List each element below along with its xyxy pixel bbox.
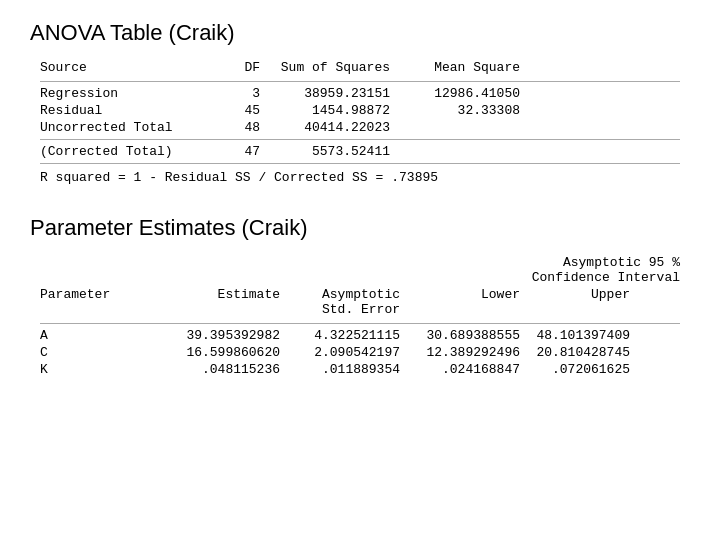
anova-corrected-row: (Corrected Total) 47 5573.52411 [40,144,680,159]
param-section: Parameter Estimates (Craik) Asymptotic 9… [30,215,690,377]
col-header-ss: Sum of Squares [260,60,390,75]
corrected-ss: 5573.52411 [260,144,390,159]
anova-cell-ss: 38959.23151 [260,86,390,101]
param-cell-upper: 20.810428745 [520,345,630,360]
anova-divider-top [40,81,680,82]
param-cell-upper: 48.101397409 [520,328,630,343]
param-cell-est: 16.599860620 [150,345,280,360]
anova-data-rows: Regression 3 38959.23151 12986.41050 Res… [40,86,680,135]
anova-divider-bot [40,163,680,164]
rsquared-value: .73895 [391,170,438,185]
anova-header-row: Source DF Sum of Squares Mean Square [40,60,680,75]
param-cell-se: .011889354 [280,362,400,377]
asym-header-row: Asymptotic 95 % [40,255,680,270]
pcol-header-se: AsymptoticStd. Error [280,287,400,317]
param-cell-lower: 12.389292496 [400,345,520,360]
anova-divider-mid [40,139,680,140]
param-cell-se: 2.090542197 [280,345,400,360]
anova-cell-ms: 12986.41050 [390,86,520,101]
col-header-source: Source [40,60,210,75]
anova-cell-df: 48 [210,120,260,135]
param-cell-lower: 30.689388555 [400,328,520,343]
anova-title: ANOVA Table (Craik) [30,20,690,46]
param-cell-lower: .024168847 [400,362,520,377]
anova-cell-source: Uncorrected Total [40,120,210,135]
pcol-header-est: Estimate [150,287,280,317]
anova-cell-df: 3 [210,86,260,101]
param-data-rows: A 39.395392982 4.322521115 30.689388555 … [40,328,680,377]
anova-row: Residual 45 1454.98872 32.33308 [40,103,680,118]
anova-section: ANOVA Table (Craik) Source DF Sum of Squ… [30,20,690,185]
param-title: Parameter Estimates (Craik) [30,215,690,241]
anova-cell-df: 45 [210,103,260,118]
pcol-header-param: Parameter [40,287,150,317]
anova-table: Source DF Sum of Squares Mean Square Reg… [30,60,690,185]
anova-cell-ms: 32.33308 [390,103,520,118]
corrected-ms [390,144,520,159]
ci-header-row: Confidence Interval [40,270,680,285]
anova-cell-ms [390,120,520,135]
ci-header-text: Confidence Interval [330,270,680,285]
param-cell-est: 39.395392982 [150,328,280,343]
param-row: C 16.599860620 2.090542197 12.389292496 … [40,345,680,360]
anova-row: Regression 3 38959.23151 12986.41050 [40,86,680,101]
rsquared-row: R squared = 1 - Residual SS / Corrected … [40,170,680,185]
pcol-header-lower: Lower [400,287,520,317]
col-header-df: DF [210,60,260,75]
anova-cell-ss: 1454.98872 [260,103,390,118]
asym-header-text: Asymptotic 95 % [330,255,680,270]
param-divider [40,323,680,324]
corrected-df: 47 [210,144,260,159]
param-header-row: Parameter Estimate AsymptoticStd. Error … [40,287,680,317]
param-row: A 39.395392982 4.322521115 30.689388555 … [40,328,680,343]
param-cell-est: .048115236 [150,362,280,377]
param-cell-upper: .072061625 [520,362,630,377]
param-row: K .048115236 .011889354 .024168847 .0720… [40,362,680,377]
col-header-ms: Mean Square [390,60,520,75]
param-table: Asymptotic 95 % Confidence Interval Para… [30,255,690,377]
pcol-header-upper: Upper [520,287,630,317]
param-cell-param: A [40,328,150,343]
anova-cell-ss: 40414.22023 [260,120,390,135]
anova-cell-source: Regression [40,86,210,101]
param-cell-param: K [40,362,150,377]
anova-row: Uncorrected Total 48 40414.22023 [40,120,680,135]
corrected-source: (Corrected Total) [40,144,210,159]
anova-cell-source: Residual [40,103,210,118]
rsquared-label: R squared = 1 - Residual SS / Corrected … [40,170,383,185]
param-cell-se: 4.322521115 [280,328,400,343]
param-cell-param: C [40,345,150,360]
